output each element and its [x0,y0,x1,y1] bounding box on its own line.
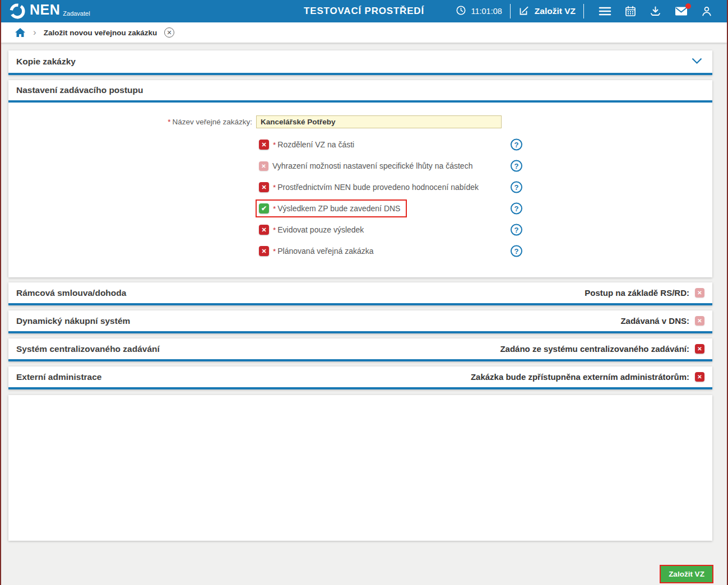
environment-title: TESTOVACÍ PROSTŘEDÍ [304,6,424,17]
help-icon[interactable] [511,139,522,151]
menu-icon[interactable] [599,6,611,16]
section-header: Systém centralizovaného zadávání Zadáno … [8,338,712,361]
user-icon[interactable] [701,6,712,17]
annotation-highlight: *Výsledkem ZP bude zavedení DNS [256,199,407,217]
section-dns: Dynamický nákupní systém Zadávaná v DNS: [8,310,712,333]
section-title: Rámcová smlouva/dohoda [16,288,126,298]
divider [583,4,584,18]
unchecked-icon[interactable] [259,225,269,235]
create-vz-label: Založit VZ [535,6,576,16]
section-ramcova-smlouva: Rámcová smlouva/dohoda Postup na základě… [8,282,712,305]
unchecked-icon[interactable] [259,182,269,192]
submit-zalozit-vz-button[interactable]: Založit VZ [660,565,713,583]
toggle-row-planovana: *Plánovaná veřejná zakázka [8,240,712,262]
section-header: Dynamický nákupní systém Zadávaná v DNS: [8,310,712,333]
toggle-label: *Evidovat pouze výsledek [273,225,364,234]
section-kopie-zakazky: Kopie zakázky [8,50,712,75]
section-externi-administrace: Externí administrace Zakázka bude zpříst… [8,366,712,389]
toggle-label: *Rozdělení VZ na části [273,140,354,149]
toggle-row-evidovat: *Evidovat pouze výsledek [8,219,712,240]
unchecked-icon[interactable] [695,372,704,382]
create-vz-button[interactable]: Založit VZ [518,5,576,18]
section-centralizovane-zadavani: Systém centralizovaného zadávání Zadáno … [8,338,712,361]
section-title: Nastavení zadávacího postupu [16,85,143,95]
main-content: Kopie zakázky Nastavení zadávacího postu… [1,43,727,541]
session-time: 11:01:08 [456,5,502,17]
section-header: Rámcová smlouva/dohoda Postup na základě… [8,282,712,305]
chevron-down-icon[interactable] [689,57,704,67]
help-icon[interactable] [511,245,522,257]
unchecked-icon[interactable] [259,140,269,150]
unchecked-disabled-icon [695,316,704,326]
toggle-row-vyhrazeni: Vyhrazení možnosti nastavení specifické … [8,155,712,177]
help-icon[interactable] [511,182,522,193]
home-icon[interactable] [15,27,26,38]
toggle-row-dns: *Výsledkem ZP bude zavedení DNS [8,198,712,219]
field-label: Zadáno ze systému centralizovaného zadáv… [500,344,689,354]
time-value: 11:01:08 [471,7,502,16]
breadcrumb: › Založit novou veřejnou zakázku ✕ [1,22,727,43]
name-field-row: *Název veřejné zakázky: [8,115,712,128]
edit-icon [518,5,530,18]
form-body: *Název veřejné zakázky: *Rozdělení VZ na… [8,103,712,277]
toggle-label: *Prostřednictvím NEN bude provedeno hodn… [273,183,479,192]
toggle-label: *Výsledkem ZP bude zavedení DNS [273,204,400,213]
mail-icon[interactable] [675,6,688,16]
name-field-label: *Název veřejné zakázky: [8,118,256,126]
section-header: Kopie zakázky [8,50,712,75]
divider [510,4,511,18]
app-header: NEN Zadavatel TESTOVACÍ PROSTŘEDÍ 11:01:… [1,0,727,22]
section-title: Externí administrace [16,372,101,382]
toggle-row-rozdeleni: *Rozdělení VZ na části [8,134,712,155]
unchecked-icon[interactable] [695,344,704,354]
help-icon[interactable] [511,203,522,215]
logo-subtitle: Zadavatel [63,10,90,17]
section-title: Systém centralizovaného zadávání [16,344,160,354]
section-title: Kopie zakázky [16,57,76,67]
help-icon[interactable] [511,160,522,172]
empty-content-card [8,395,712,541]
section-nastaveni-postupu: Nastavení zadávacího postupu *Název veře… [8,80,712,277]
field-label: Zadávaná v DNS: [620,316,689,326]
breadcrumb-separator: › [33,27,36,37]
calendar-icon[interactable] [625,6,636,17]
breadcrumb-page-title: Založit novou veřejnou zakázku [44,29,157,37]
toggle-list: *Rozdělení VZ na části Vyhrazení možnost… [8,134,712,262]
toggle-label: *Plánovaná veřejná zakázka [273,247,374,256]
toggle-label: Vyhrazení možnosti nastavení specifické … [272,161,472,170]
section-header: Nastavení zadávacího postupu [8,80,712,103]
download-icon[interactable] [650,6,661,17]
notification-badge [685,3,691,9]
header-actions: 11:01:08 Založit VZ [456,4,719,18]
section-header: Externí administrace Zakázka bude zpříst… [8,366,712,389]
required-mark: * [168,118,170,126]
clock-icon [456,5,466,17]
nen-logo[interactable]: NEN Zadavatel [9,1,90,22]
nen-logo-icon [9,3,26,22]
unchecked-icon[interactable] [259,246,269,256]
field-label: Postup na základě RS/RD: [585,288,689,298]
toggle-row-hodnoceni: *Prostřednictvím NEN bude provedeno hodn… [8,177,712,198]
field-label: Zakázka bude zpřístupněna externím admin… [471,372,689,382]
close-icon[interactable]: ✕ [164,27,174,38]
unchecked-disabled-icon [695,288,704,298]
unchecked-disabled-icon [259,161,268,171]
section-title: Dynamický nákupní systém [16,316,130,326]
help-icon[interactable] [511,224,522,236]
name-input[interactable] [256,115,502,128]
checked-icon[interactable] [259,203,269,213]
logo-text: NEN [30,1,60,18]
